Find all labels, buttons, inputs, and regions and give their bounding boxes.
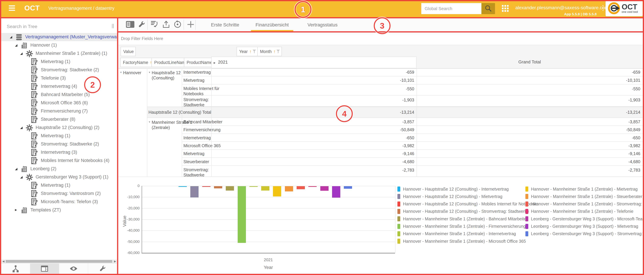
hierarchy-view-button[interactable] [1, 263, 30, 274]
contract-icon [31, 141, 38, 148]
tree-item-label: Mannheimer Straße 1 (Zentrale) (1) [36, 51, 107, 56]
factoryname-field-label: FactoryName [123, 60, 148, 65]
eye-view-button[interactable] [59, 263, 88, 274]
collapse-group-icon[interactable]: ▼ [148, 71, 151, 74]
year-field-chip[interactable]: Year ↑ [236, 47, 258, 56]
settings-wrench-button[interactable] [136, 20, 147, 30]
tree-item[interactable]: ◢Mannheimer Straße 1 (Zentrale) (1) [1, 50, 117, 58]
wrench-view-button[interactable] [88, 263, 117, 274]
apply-layout-button[interactable] [150, 20, 160, 30]
kebab-menu-icon[interactable]: ⋮ [600, 5, 606, 11]
month-field-chip[interactable]: Month ↑ [257, 47, 282, 56]
row-divider [182, 125, 643, 126]
tree-item[interactable]: ◢Hauptstraße 12 (Consulting) (2) [1, 124, 117, 132]
tree-item-label: Steuerberater (8) [41, 117, 76, 122]
tree-item[interactable]: Stromvertrag: Stadtwerke (2) [1, 66, 117, 74]
breadcrumb[interactable]: Vertragsmanagement / dataentry [48, 6, 114, 11]
legend-swatch [398, 201, 400, 206]
expand-icon[interactable]: ◢ [20, 52, 23, 55]
gridline-y [142, 208, 395, 208]
tree-item[interactable]: ◢Leonberg (2) [1, 165, 117, 173]
value-2021-cell: -650 [211, 135, 414, 140]
tree-item[interactable]: ◢Gerstensburger Weg 3 (Support) (1) [1, 173, 117, 181]
tree-item[interactable]: Mobiles Internet für Notebooks (4) [1, 157, 117, 165]
drop-filter-bar[interactable]: Drop Filter Fields Here [118, 33, 644, 45]
collapse-factory-icon[interactable]: ▼ [120, 71, 122, 74]
add-icon [187, 21, 194, 29]
row-divider [182, 141, 643, 142]
tree-item[interactable]: Mietvertrag (1) [1, 58, 117, 66]
legend-item: Hannover - Hauptstraße 12 (Consulting) -… [398, 186, 508, 192]
search-icon [484, 5, 492, 13]
tree-item[interactable]: Microsoft-Teams: Telefon (3) [1, 198, 117, 206]
tree-item[interactable]: Mietvertrag (1) [1, 181, 117, 190]
tab-finanzuebersicht[interactable]: Finanzübersicht [245, 18, 299, 31]
annotation-border-top [0, 0, 644, 1]
value-field-chip[interactable]: Value [120, 47, 136, 56]
tree-item[interactable]: Mietvertrag (1) [1, 132, 117, 140]
global-search-button[interactable] [482, 3, 495, 14]
chevron-right-icon[interactable]: ▸ [15, 207, 17, 212]
tab-erste-schritte[interactable]: Erste Schritte [198, 18, 252, 31]
legend-swatch [398, 231, 400, 236]
tree-item[interactable]: Stromvertrag: Vantrostrom (2) [1, 190, 117, 198]
row-divider [182, 95, 643, 96]
sort-asc-icon[interactable]: ↑ [250, 49, 252, 54]
field-list-button[interactable] [125, 20, 135, 30]
tree-item[interactable]: Steuerberater (8) [1, 115, 117, 124]
contract-icon [31, 198, 38, 205]
expand-icon[interactable]: ◢ [20, 175, 23, 179]
sort-asc-icon[interactable]: ↑ [273, 49, 276, 54]
month-field-label: Month [260, 49, 272, 54]
expand-icon[interactable]: ◢ [10, 35, 12, 39]
expand-icon[interactable]: ◢ [20, 126, 23, 130]
annotation-border-right [643, 0, 644, 275]
legend-item: Hannover - Mannheimer Straße 1 (Zentrale… [526, 194, 642, 199]
building-icon [21, 165, 28, 173]
tree-item[interactable]: Microsoft Office 365 (6) [1, 99, 117, 107]
scroll-left-icon[interactable]: ◀ [2, 260, 4, 263]
expand-icon[interactable]: ◢ [15, 167, 18, 171]
tree-item[interactable]: Internetvertrag (3) [1, 148, 117, 157]
tree-search-input[interactable] [6, 21, 104, 32]
scroll-right-icon[interactable]: ▶ [114, 260, 116, 263]
tree-item[interactable]: ◢Vertragsmanagement (Muster_Vertragsverw… [1, 33, 117, 41]
user-email[interactable]: alexander.plessmann@saxess-software.com [515, 5, 609, 11]
contract-icon [31, 133, 38, 140]
year-2021-column-header[interactable]: ▶ 2021 [211, 57, 416, 68]
history-button[interactable] [172, 20, 182, 30]
horizontal-scrollbar[interactable]: ◀ ▶ [1, 259, 117, 263]
global-search-input[interactable] [421, 3, 482, 14]
tree-item-label: Mobiles Internet für Notebooks (4) [41, 158, 109, 163]
annotation-circle-3: 3 [374, 17, 390, 34]
export-button[interactable] [161, 20, 171, 30]
product-line-cell: (Consulting) [152, 76, 174, 80]
hamburger-menu-icon[interactable] [9, 6, 15, 11]
contract-icon [31, 67, 38, 74]
value-2021-cell: -2,783 [211, 168, 414, 173]
row-divider [182, 157, 643, 158]
filter-icon[interactable] [253, 50, 256, 53]
tree-item[interactable]: Stromvertrag: Stadtwerke (2) [1, 140, 117, 148]
apps-grid-icon[interactable] [502, 5, 509, 13]
add-button[interactable] [186, 20, 196, 30]
filter-icon[interactable] [276, 50, 280, 53]
tree-item-label: Stromvertrag: Stadtwerke (2) [41, 141, 99, 147]
tab-vertragsstatus[interactable]: Vertragsstatus [296, 18, 350, 31]
panel-resize-handle[interactable]: || [112, 23, 114, 29]
tree-item[interactable]: Bahncard Mitarbeiter (5) [1, 91, 117, 99]
table-view-button[interactable] [30, 263, 59, 274]
annotation-header-divider [0, 17, 644, 18]
tree-item[interactable]: ◢Hannover (1) [1, 41, 117, 50]
tree-item[interactable]: Firmenversicherung (7) [1, 107, 117, 115]
tree-item[interactable]: ▸Templates (ZT) [1, 206, 117, 214]
scrollbar-thumb[interactable] [6, 260, 112, 263]
expand-year-icon[interactable]: ▶ [214, 61, 216, 64]
tree-item-label: Gerstensburger Weg 3 (Support) (1) [36, 174, 108, 180]
collapse-group-icon[interactable]: ▼ [148, 121, 151, 123]
expand-icon[interactable]: ◢ [15, 43, 18, 47]
productlinename-field-label: ProductLineName [154, 60, 188, 65]
database-icon [16, 34, 22, 41]
wrench-icon [99, 265, 106, 273]
contract-icon [31, 58, 38, 65]
